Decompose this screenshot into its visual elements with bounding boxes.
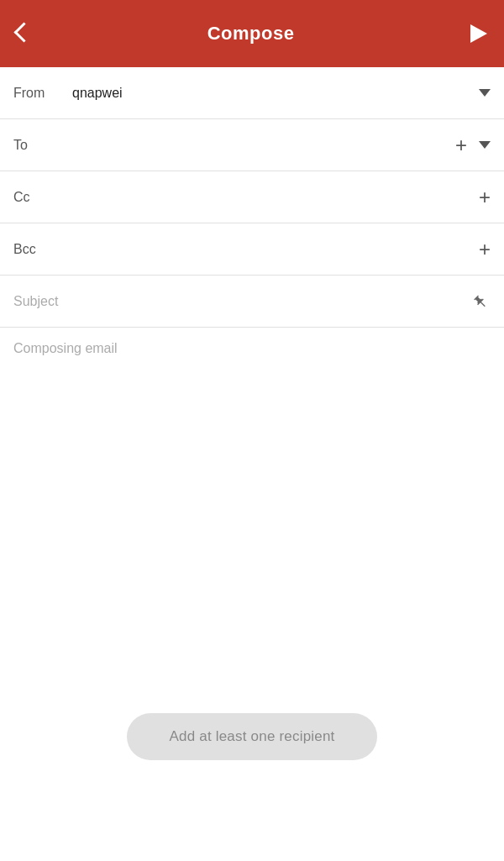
to-add-icon[interactable]: +: [455, 135, 467, 155]
from-label: From: [13, 86, 72, 101]
from-chevron-icon[interactable]: [479, 89, 491, 97]
app-header: Compose: [0, 0, 504, 67]
subject-row: 🖈: [0, 276, 504, 328]
body-placeholder: Composing email: [13, 341, 118, 355]
to-label: To: [13, 138, 72, 153]
cc-actions: +: [479, 187, 491, 207]
cc-add-icon[interactable]: +: [479, 187, 491, 207]
email-body-area[interactable]: Composing email: [0, 328, 504, 580]
from-actions: [479, 89, 491, 97]
compose-form: From qnapwei To + Cc + Bcc + 🖈 Co: [0, 67, 504, 580]
to-chevron-icon[interactable]: [479, 141, 491, 149]
bcc-actions: +: [479, 239, 491, 260]
from-value: qnapwei: [72, 86, 479, 101]
bottom-action-area: Add at least one recipient: [0, 713, 504, 760]
send-button[interactable]: [470, 24, 487, 43]
cc-row: Cc +: [0, 171, 504, 223]
add-recipient-button[interactable]: Add at least one recipient: [127, 713, 376, 760]
bcc-label: Bcc: [13, 242, 72, 257]
to-actions: +: [455, 135, 491, 155]
page-title: Compose: [207, 23, 295, 45]
attach-icon[interactable]: 🖈: [467, 287, 496, 316]
back-button[interactable]: [17, 23, 31, 45]
from-row: From qnapwei: [0, 67, 504, 119]
back-arrow-icon: [17, 23, 31, 45]
bcc-row: Bcc +: [0, 223, 504, 276]
cc-input[interactable]: [72, 190, 479, 205]
bcc-add-icon[interactable]: +: [479, 239, 491, 260]
bcc-input[interactable]: [72, 242, 479, 257]
cc-label: Cc: [13, 190, 72, 205]
subject-input[interactable]: [13, 294, 472, 309]
to-row: To +: [0, 119, 504, 171]
to-input[interactable]: [72, 138, 455, 153]
send-icon: [470, 24, 487, 43]
